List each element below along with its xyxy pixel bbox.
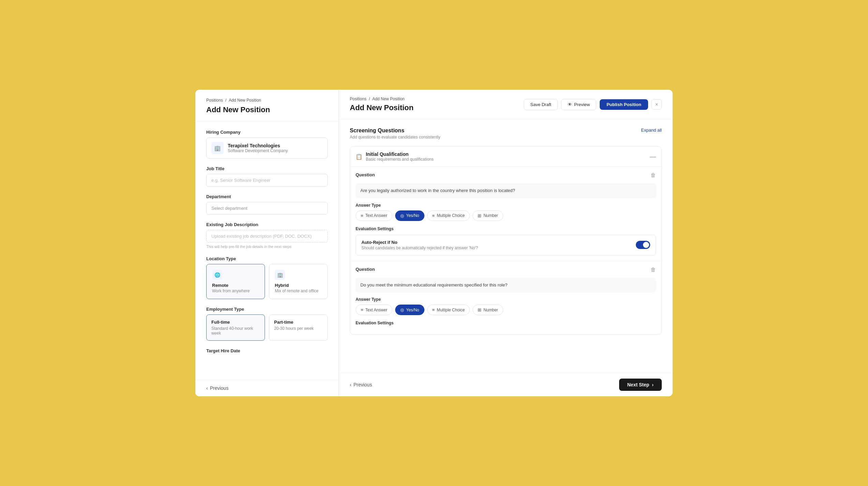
location-card-remote[interactable]: 🌐 Remote Work from anywhere bbox=[206, 264, 265, 299]
right-content: Screening Questions Add questions to eva… bbox=[339, 119, 673, 373]
left-footer: ‹ Previous bbox=[195, 380, 339, 396]
collapse-button[interactable]: — bbox=[650, 153, 656, 160]
yesno-btn-2[interactable]: ◎ Yes/No bbox=[395, 305, 424, 315]
eval-card-1: Auto-Reject if No Should candidates be a… bbox=[356, 235, 656, 255]
question-text-1: Are you legally authorized to work in th… bbox=[356, 183, 656, 198]
left-breadcrumb: Positions / Add New Position bbox=[206, 98, 328, 103]
yesno-btn-1[interactable]: ◎ Yes/No bbox=[395, 210, 424, 221]
right-panel: Positions / Add New Position Add New Pos… bbox=[339, 90, 673, 396]
job-title-input[interactable] bbox=[206, 174, 328, 187]
question-label-1: Question bbox=[356, 172, 375, 177]
job-title-label: Job Title bbox=[206, 166, 328, 171]
location-card-hybrid[interactable]: 🏢 Hybrid Mix of remote and office bbox=[269, 264, 328, 299]
question-label-2: Question bbox=[356, 267, 375, 272]
qual-header-left: 📋 Initial Qualification Basic requiremen… bbox=[356, 151, 434, 162]
text-answer-btn-2[interactable]: ≡ Text Answer bbox=[356, 305, 392, 315]
upload-area[interactable]: Upload existing job description (PDF, DO… bbox=[206, 230, 328, 242]
delete-question-2-button[interactable]: 🗑 bbox=[650, 267, 656, 273]
qualification-section: 📋 Initial Qualification Basic requiremen… bbox=[350, 146, 662, 335]
auto-reject-toggle-1[interactable] bbox=[636, 241, 650, 249]
employment-type-section: Employment Type Full-time Standard 40-ho… bbox=[206, 307, 328, 341]
right-prev-chevron: ‹ bbox=[350, 382, 351, 387]
preview-label: Preview bbox=[574, 102, 590, 107]
company-info: Terapixel Technologies Software Developm… bbox=[228, 143, 288, 153]
eval-desc-1: Should candidates be automatically rejec… bbox=[361, 246, 478, 250]
save-draft-button[interactable]: Save Draft bbox=[524, 99, 557, 110]
screening-header: Screening Questions Add questions to eva… bbox=[350, 128, 662, 139]
right-previous-button[interactable]: ‹ Previous bbox=[350, 382, 372, 387]
preview-button[interactable]: 👁 Preview bbox=[561, 99, 596, 110]
right-breadcrumb: Positions / Add New Position bbox=[350, 97, 414, 101]
screening-subtitle: Add questions to evaluate candidates con… bbox=[350, 135, 440, 139]
department-label: Department bbox=[206, 194, 328, 199]
number-label-2: Number bbox=[483, 308, 498, 312]
right-footer: ‹ Previous Next Step › bbox=[339, 373, 673, 396]
yesno-icon-2: ◎ bbox=[400, 307, 404, 312]
left-content: Hiring Company 🏢 Terapixel Technologies … bbox=[195, 121, 339, 369]
eval-settings-label-1: Evaluation Settings bbox=[356, 226, 656, 231]
qual-icon: 📋 bbox=[356, 153, 362, 160]
location-grid: 🌐 Remote Work from anywhere 🏢 Hybrid Mix… bbox=[206, 264, 328, 299]
employment-card-parttime[interactable]: Part-time 20-30 hours per week bbox=[269, 314, 328, 341]
question-row-2: Question 🗑 bbox=[356, 267, 656, 273]
employment-type-label: Employment Type bbox=[206, 307, 328, 312]
company-icon: 🏢 bbox=[211, 142, 224, 154]
number-icon: ⊞ bbox=[478, 213, 481, 218]
left-panel: Positions / Add New Position Add New Pos… bbox=[195, 90, 339, 396]
hybrid-icon: 🏢 bbox=[275, 270, 285, 280]
right-header-left: Positions / Add New Position Add New Pos… bbox=[350, 97, 414, 112]
delete-question-1-button[interactable]: 🗑 bbox=[650, 172, 656, 178]
question-text-2: Do you meet the minimum educational requ… bbox=[356, 278, 656, 293]
jd-hint: This will help pre-fill the job details … bbox=[206, 245, 328, 249]
job-title-section: Job Title bbox=[206, 166, 328, 187]
close-button[interactable]: × bbox=[652, 99, 662, 109]
right-actions: Save Draft 👁 Preview Publish Position × bbox=[524, 99, 662, 110]
eval-settings-label-2: Evaluation Settings bbox=[356, 321, 656, 325]
remote-icon: 🌐 bbox=[212, 270, 222, 280]
parttime-title: Part-time bbox=[274, 320, 323, 325]
department-section: Department Select department bbox=[206, 194, 328, 215]
existing-jd-label: Existing Job Description bbox=[206, 222, 328, 227]
left-prev-label: Previous bbox=[210, 385, 228, 391]
number-btn-1[interactable]: ⊞ Number bbox=[473, 210, 503, 221]
right-page-title: Add New Position bbox=[350, 103, 414, 112]
text-icon: ≡ bbox=[361, 213, 363, 218]
multiple-choice-btn-1[interactable]: ≡ Multiple Choice bbox=[427, 210, 470, 221]
qual-title: Initial Qualification bbox=[366, 151, 434, 157]
text-label: Text Answer bbox=[365, 213, 388, 218]
question-block-2: Question 🗑 Do you meet the minimum educa… bbox=[350, 261, 661, 335]
employment-card-fulltime[interactable]: Full-time Standard 40-hour work week bbox=[206, 314, 265, 341]
yesno-label-2: Yes/No bbox=[406, 308, 419, 312]
fulltime-title: Full-time bbox=[211, 320, 260, 325]
remote-desc: Work from anywhere bbox=[212, 289, 259, 293]
fulltime-desc: Standard 40-hour work week bbox=[211, 326, 260, 336]
question-block-1: Question 🗑 Are you legally authorized to… bbox=[350, 167, 661, 261]
upload-placeholder: Upload existing job description (PDF, DO… bbox=[211, 234, 312, 239]
yesno-icon: ◎ bbox=[400, 213, 404, 218]
left-prev-chevron: ‹ bbox=[206, 385, 208, 391]
left-page-title: Add New Position bbox=[206, 105, 328, 114]
hybrid-title: Hybrid bbox=[275, 283, 322, 288]
multiple-label: Multiple Choice bbox=[437, 213, 465, 218]
number-btn-2[interactable]: ⊞ Number bbox=[473, 305, 503, 315]
target-hire-label: Target Hire Date bbox=[206, 348, 328, 353]
department-select[interactable]: Select department bbox=[206, 202, 328, 215]
expand-all-button[interactable]: Expand all bbox=[641, 128, 662, 133]
left-previous-button[interactable]: ‹ Previous bbox=[206, 385, 228, 391]
text-label-2: Text Answer bbox=[365, 308, 388, 312]
hybrid-desc: Mix of remote and office bbox=[275, 289, 322, 293]
multiple-choice-btn-2[interactable]: ≡ Multiple Choice bbox=[427, 305, 470, 315]
screening-title-block: Screening Questions Add questions to eva… bbox=[350, 128, 440, 139]
parttime-desc: 20-30 hours per week bbox=[274, 326, 323, 331]
company-card: 🏢 Terapixel Technologies Software Develo… bbox=[206, 137, 328, 159]
qualification-header: 📋 Initial Qualification Basic requiremen… bbox=[350, 147, 661, 167]
qual-subtitle: Basic requirements and qualifications bbox=[366, 157, 434, 162]
text-icon-2: ≡ bbox=[361, 307, 363, 312]
publish-position-button[interactable]: Publish Position bbox=[600, 99, 648, 110]
location-type-label: Location Type bbox=[206, 256, 328, 261]
next-step-button[interactable]: Next Step › bbox=[619, 379, 662, 391]
text-answer-btn-1[interactable]: ≡ Text Answer bbox=[356, 210, 392, 221]
number-label: Number bbox=[483, 213, 498, 218]
eval-info-1: Auto-Reject if No Should candidates be a… bbox=[361, 240, 478, 250]
employment-grid: Full-time Standard 40-hour work week Par… bbox=[206, 314, 328, 341]
